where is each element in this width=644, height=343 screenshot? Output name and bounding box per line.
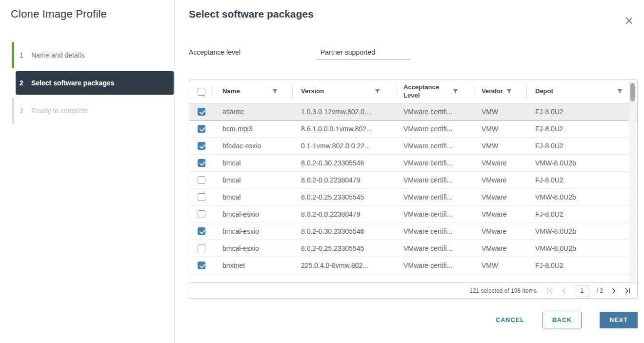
step-label: Name and details: [31, 51, 84, 59]
filter-icon[interactable]: [272, 89, 278, 94]
cell-vendor: VMware: [473, 227, 526, 235]
cell-vendor: VMware: [473, 193, 526, 201]
row-checkbox[interactable]: [198, 262, 205, 269]
checkbox-cell: [189, 176, 214, 184]
close-icon: [625, 17, 633, 25]
row-checkbox[interactable]: [198, 159, 205, 167]
checkbox-cell: [189, 244, 214, 252]
cell-acceptance: VMware certifi...: [395, 227, 473, 235]
row-checkbox[interactable]: [198, 227, 205, 235]
row-checkbox[interactable]: [198, 125, 205, 133]
select-all-checkbox[interactable]: [198, 88, 205, 96]
filter-icon[interactable]: [617, 89, 623, 94]
cell-version: 8.0.2-0.0.22380479: [292, 176, 395, 184]
filter-icon[interactable]: [375, 89, 380, 94]
column-header-label: Name: [222, 87, 240, 95]
filter-icon[interactable]: [506, 89, 512, 94]
close-button[interactable]: [623, 15, 635, 26]
cell-version: 1.0.3.0-12vmw.802.0....: [292, 108, 395, 116]
cell-version: 0.1-1vmw.802.0.0.22...: [292, 142, 395, 150]
wizard-step-ready-to-complete[interactable]: 3Ready to complete: [0, 97, 174, 124]
first-page-button[interactable]: [546, 287, 553, 294]
table-row[interactable]: bmcal-esxio8.0.2-0.0.22380479VMware cert…: [189, 206, 637, 223]
cell-depot: FJ-8.0U2: [526, 210, 637, 218]
page-number-input[interactable]: 1: [575, 285, 589, 297]
cell-depot: FJ-8.0U2: [526, 108, 637, 116]
table-row[interactable]: atlantic1.0.3.0-12vmw.802.0....VMware ce…: [189, 103, 637, 121]
scrollbar-thumb[interactable]: [630, 83, 635, 101]
row-checkbox[interactable]: [198, 244, 205, 252]
checkbox-cell: [189, 262, 214, 269]
cell-vendor: VMW: [473, 125, 526, 133]
cell-acceptance: VMware certifi...: [395, 262, 473, 269]
cell-name: atlantic: [214, 108, 292, 116]
cell-name: bmcal: [214, 193, 292, 201]
cell-vendor: VMW: [473, 262, 526, 269]
table-row[interactable]: bmcal8.0.2-0.0.22380479VMware certifi...…: [189, 172, 637, 189]
pagination: 1 / 2: [546, 285, 631, 297]
step-status-bar: [12, 98, 14, 124]
next-button[interactable]: NEXT: [600, 312, 638, 328]
column-header-label: Acceptance Level: [403, 83, 448, 100]
row-checkbox[interactable]: [198, 108, 205, 116]
step-label: Ready to complete: [31, 107, 88, 115]
cell-depot: VMW-8.0U2b: [526, 244, 637, 252]
cell-vendor: VMW: [473, 142, 526, 150]
last-page-button[interactable]: [624, 287, 631, 294]
page-total-label: / 2: [597, 287, 603, 294]
table-row[interactable]: bmcal-esxio8.0.2-0.30.23305546VMware cer…: [189, 223, 637, 240]
checkbox-cell: [189, 159, 214, 167]
row-checkbox[interactable]: [198, 176, 205, 184]
cell-depot: VMW-8.0U2b: [526, 193, 637, 201]
acceptance-level-label: Acceptance level: [189, 48, 316, 60]
selection-summary: 121 selected of 198 Items: [469, 287, 536, 294]
table-row[interactable]: bmcal8.0.2-0.30.23305546VMware certifi..…: [189, 155, 637, 172]
step-number: 3: [20, 107, 31, 115]
page-title: Select software packages: [189, 8, 314, 20]
cell-version: 225.0.4.0-8vmw.802...: [292, 262, 395, 269]
cell-name: bcm-mpi3: [214, 125, 292, 133]
cell-vendor: VMW: [473, 108, 526, 116]
vertical-scrollbar[interactable]: [629, 81, 636, 282]
step-number: 1: [20, 51, 31, 59]
wizard-sidebar: Clone Image Profile 1Name and details2Se…: [0, 0, 175, 343]
cancel-button[interactable]: CANCEL: [496, 317, 524, 323]
wizard-step-name-and-details[interactable]: 1Name and details: [0, 41, 174, 69]
cell-vendor: VMware: [473, 159, 526, 167]
cell-name: bnxtnet: [214, 262, 292, 269]
cell-version: 8.0.2-0.30.23305546: [292, 159, 395, 167]
acceptance-level-select[interactable]: Partner supported: [316, 48, 410, 60]
checkbox-cell: [189, 227, 214, 235]
cell-version: 8.6.1.0.0.0-1vmw.802...: [292, 125, 395, 133]
row-checkbox[interactable]: [198, 193, 205, 201]
table-body: atlantic1.0.3.0-12vmw.802.0....VMware ce…: [189, 103, 637, 274]
cell-depot: FJ-8.0U2: [526, 176, 637, 184]
checkbox-cell: [189, 193, 214, 201]
cell-name: bmcal-esxio: [214, 210, 292, 218]
table-row[interactable]: bcm-mpi38.6.1.0.0.0-1vmw.802...VMware ce…: [189, 121, 637, 138]
row-checkbox[interactable]: [198, 210, 205, 218]
wizard-actions: CANCEL BACK NEXT: [189, 312, 638, 328]
cell-depot: FJ-8.0U2: [526, 262, 637, 269]
column-header-label: Vendor: [482, 87, 503, 95]
table-row[interactable]: bmcal8.0.2-0.25.23305545VMware certifi..…: [189, 189, 637, 206]
checkbox-cell: [189, 142, 214, 150]
previous-page-button[interactable]: [561, 287, 567, 294]
filter-icon[interactable]: [453, 89, 458, 94]
table-row[interactable]: bmcal-esxio8.0.2-0.25.23305545VMware cer…: [189, 240, 637, 257]
next-page-button[interactable]: [610, 287, 617, 294]
cell-name: bmcal-esxio: [214, 227, 292, 235]
wizard-title: Clone Image Profile: [11, 8, 107, 20]
table-row[interactable]: bnxtnet225.0.4.0-8vmw.802...VMware certi…: [189, 257, 637, 274]
cell-acceptance: VMware certifi...: [395, 108, 473, 116]
table-header-row: NameVersionAcceptance LevelVendorDepot: [189, 80, 637, 103]
wizard-step-select-software-packages[interactable]: 2Select software packages: [16, 71, 174, 95]
row-checkbox[interactable]: [198, 142, 205, 150]
step-number: 2: [20, 79, 31, 87]
cell-name: bmcal: [214, 159, 292, 167]
back-button[interactable]: BACK: [543, 312, 582, 328]
table-row[interactable]: bfedac-esxio0.1-1vmw.802.0.0.22...VMware…: [189, 138, 637, 155]
cell-name: bmcal: [214, 176, 292, 184]
wizard-steps: 1Name and details2Select software packag…: [0, 41, 174, 124]
cell-vendor: VMware: [473, 210, 526, 218]
